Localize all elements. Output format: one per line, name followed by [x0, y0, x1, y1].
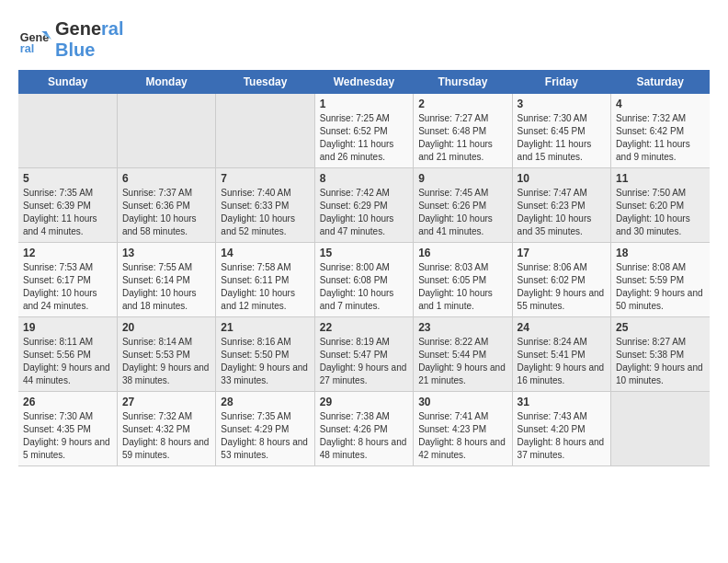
day-info: Sunrise: 7:41 AM Sunset: 4:23 PM Dayligh…: [418, 410, 506, 462]
day-number: 24: [518, 321, 606, 334]
calendar-cell: 23Sunrise: 8:22 AM Sunset: 5:44 PM Dayli…: [414, 317, 512, 392]
day-number: 4: [616, 98, 705, 110]
logo-blue: Blue: [55, 40, 124, 61]
day-info: Sunrise: 7:35 AM Sunset: 4:29 PM Dayligh…: [221, 410, 309, 462]
day-number: 22: [320, 321, 408, 334]
calendar-cell: 8Sunrise: 7:42 AM Sunset: 6:29 PM Daylig…: [314, 168, 413, 243]
day-number: 28: [221, 396, 309, 408]
day-number: 12: [23, 247, 112, 259]
day-number: 18: [616, 247, 705, 259]
day-number: 26: [23, 396, 112, 408]
calendar-week-row: 5Sunrise: 7:35 AM Sunset: 6:39 PM Daylig…: [18, 168, 710, 243]
calendar-cell: 17Sunrise: 8:06 AM Sunset: 6:02 PM Dayli…: [512, 243, 610, 317]
page-header: Gene ral General Blue: [18, 18, 710, 61]
day-info: Sunrise: 8:00 AM Sunset: 6:08 PM Dayligh…: [320, 261, 408, 313]
calendar-cell: 27Sunrise: 7:32 AM Sunset: 4:32 PM Dayli…: [117, 392, 215, 466]
day-info: Sunrise: 7:30 AM Sunset: 4:35 PM Dayligh…: [23, 410, 112, 462]
calendar-cell: 22Sunrise: 8:19 AM Sunset: 5:47 PM Dayli…: [314, 317, 413, 392]
calendar-cell: 7Sunrise: 7:40 AM Sunset: 6:33 PM Daylig…: [216, 168, 314, 243]
day-info: Sunrise: 7:55 AM Sunset: 6:14 PM Dayligh…: [122, 261, 210, 313]
day-number: 9: [418, 172, 506, 185]
logo: Gene ral General Blue: [18, 18, 124, 61]
calendar-week-row: 12Sunrise: 7:53 AM Sunset: 6:17 PM Dayli…: [18, 243, 710, 317]
svg-text:ral: ral: [20, 42, 34, 55]
calendar-cell: 14Sunrise: 7:58 AM Sunset: 6:11 PM Dayli…: [216, 243, 314, 317]
calendar-week-row: 19Sunrise: 8:11 AM Sunset: 5:56 PM Dayli…: [18, 317, 710, 392]
logo-icon: Gene ral: [18, 23, 51, 56]
day-number: 6: [122, 172, 210, 185]
day-number: 23: [418, 321, 506, 334]
day-number: 17: [518, 247, 606, 259]
day-number: 13: [122, 247, 210, 259]
day-info: Sunrise: 8:27 AM Sunset: 5:38 PM Dayligh…: [616, 336, 705, 387]
calendar-cell: 5Sunrise: 7:35 AM Sunset: 6:39 PM Daylig…: [18, 168, 117, 243]
calendar-cell: 15Sunrise: 8:00 AM Sunset: 6:08 PM Dayli…: [314, 243, 413, 317]
day-number: 30: [418, 396, 506, 408]
day-info: Sunrise: 7:30 AM Sunset: 6:45 PM Dayligh…: [518, 112, 606, 164]
calendar-week-row: 26Sunrise: 7:30 AM Sunset: 4:35 PM Dayli…: [18, 392, 710, 466]
day-number: 5: [23, 172, 112, 185]
calendar-cell: 3Sunrise: 7:30 AM Sunset: 6:45 PM Daylig…: [512, 94, 610, 168]
calendar-cell: 11Sunrise: 7:50 AM Sunset: 6:20 PM Dayli…: [611, 168, 710, 243]
calendar-cell: 25Sunrise: 8:27 AM Sunset: 5:38 PM Dayli…: [611, 317, 710, 392]
day-number: 15: [320, 247, 408, 259]
day-info: Sunrise: 7:27 AM Sunset: 6:48 PM Dayligh…: [418, 112, 506, 164]
calendar-cell: 19Sunrise: 8:11 AM Sunset: 5:56 PM Dayli…: [18, 317, 117, 392]
calendar-cell: [216, 94, 314, 168]
day-number: 14: [221, 247, 309, 259]
calendar-week-row: 1Sunrise: 7:25 AM Sunset: 6:52 PM Daylig…: [18, 94, 710, 168]
calendar-cell: 1Sunrise: 7:25 AM Sunset: 6:52 PM Daylig…: [314, 94, 413, 168]
calendar-cell: 29Sunrise: 7:38 AM Sunset: 4:26 PM Dayli…: [314, 392, 413, 466]
calendar-cell: 18Sunrise: 8:08 AM Sunset: 5:59 PM Dayli…: [611, 243, 710, 317]
day-number: 16: [418, 247, 506, 259]
day-info: Sunrise: 8:14 AM Sunset: 5:53 PM Dayligh…: [122, 336, 210, 387]
day-info: Sunrise: 8:03 AM Sunset: 6:05 PM Dayligh…: [418, 261, 506, 313]
day-info: Sunrise: 8:08 AM Sunset: 5:59 PM Dayligh…: [616, 261, 705, 313]
calendar-cell: 30Sunrise: 7:41 AM Sunset: 4:23 PM Dayli…: [414, 392, 512, 466]
day-number: 10: [518, 172, 606, 185]
calendar-cell: 12Sunrise: 7:53 AM Sunset: 6:17 PM Dayli…: [18, 243, 117, 317]
day-info: Sunrise: 7:38 AM Sunset: 4:26 PM Dayligh…: [320, 410, 408, 462]
day-number: 1: [320, 98, 408, 110]
day-number: 21: [221, 321, 309, 334]
calendar-cell: 21Sunrise: 8:16 AM Sunset: 5:50 PM Dayli…: [216, 317, 314, 392]
day-info: Sunrise: 8:06 AM Sunset: 6:02 PM Dayligh…: [518, 261, 606, 313]
day-info: Sunrise: 7:25 AM Sunset: 6:52 PM Dayligh…: [320, 112, 408, 164]
calendar-cell: 20Sunrise: 8:14 AM Sunset: 5:53 PM Dayli…: [117, 317, 215, 392]
day-number: 31: [518, 396, 606, 408]
calendar-table: SundayMondayTuesdayWednesdayThursdayFrid…: [18, 70, 710, 466]
day-info: Sunrise: 7:42 AM Sunset: 6:29 PM Dayligh…: [320, 187, 408, 238]
calendar-cell: 26Sunrise: 7:30 AM Sunset: 4:35 PM Dayli…: [18, 392, 117, 466]
day-number: 2: [418, 98, 506, 110]
day-info: Sunrise: 8:16 AM Sunset: 5:50 PM Dayligh…: [221, 336, 309, 387]
day-info: Sunrise: 7:50 AM Sunset: 6:20 PM Dayligh…: [616, 187, 705, 238]
calendar-cell: 13Sunrise: 7:55 AM Sunset: 6:14 PM Dayli…: [117, 243, 215, 317]
calendar-cell: 2Sunrise: 7:27 AM Sunset: 6:48 PM Daylig…: [414, 94, 512, 168]
day-info: Sunrise: 8:11 AM Sunset: 5:56 PM Dayligh…: [23, 336, 112, 387]
day-number: 25: [616, 321, 705, 334]
day-info: Sunrise: 8:19 AM Sunset: 5:47 PM Dayligh…: [320, 336, 408, 387]
day-info: Sunrise: 7:58 AM Sunset: 6:11 PM Dayligh…: [221, 261, 309, 313]
weekday-header: Tuesday: [216, 70, 314, 94]
day-info: Sunrise: 7:35 AM Sunset: 6:39 PM Dayligh…: [23, 187, 112, 238]
calendar-cell: 9Sunrise: 7:45 AM Sunset: 6:26 PM Daylig…: [414, 168, 512, 243]
day-number: 8: [320, 172, 408, 185]
day-info: Sunrise: 7:45 AM Sunset: 6:26 PM Dayligh…: [418, 187, 506, 238]
weekday-header: Thursday: [414, 70, 512, 94]
day-info: Sunrise: 7:32 AM Sunset: 6:42 PM Dayligh…: [616, 112, 705, 164]
day-info: Sunrise: 7:43 AM Sunset: 4:20 PM Dayligh…: [518, 410, 606, 462]
day-info: Sunrise: 8:24 AM Sunset: 5:41 PM Dayligh…: [518, 336, 606, 387]
day-info: Sunrise: 7:40 AM Sunset: 6:33 PM Dayligh…: [221, 187, 309, 238]
calendar-cell: [18, 94, 117, 168]
day-number: 7: [221, 172, 309, 185]
calendar-cell: [611, 392, 710, 466]
day-info: Sunrise: 7:32 AM Sunset: 4:32 PM Dayligh…: [122, 410, 210, 462]
calendar-cell: [117, 94, 215, 168]
day-info: Sunrise: 7:53 AM Sunset: 6:17 PM Dayligh…: [23, 261, 112, 313]
weekday-header: Sunday: [18, 70, 117, 94]
calendar-cell: 16Sunrise: 8:03 AM Sunset: 6:05 PM Dayli…: [414, 243, 512, 317]
day-number: 3: [518, 98, 606, 110]
day-number: 20: [122, 321, 210, 334]
weekday-header: Monday: [117, 70, 215, 94]
day-number: 29: [320, 396, 408, 408]
